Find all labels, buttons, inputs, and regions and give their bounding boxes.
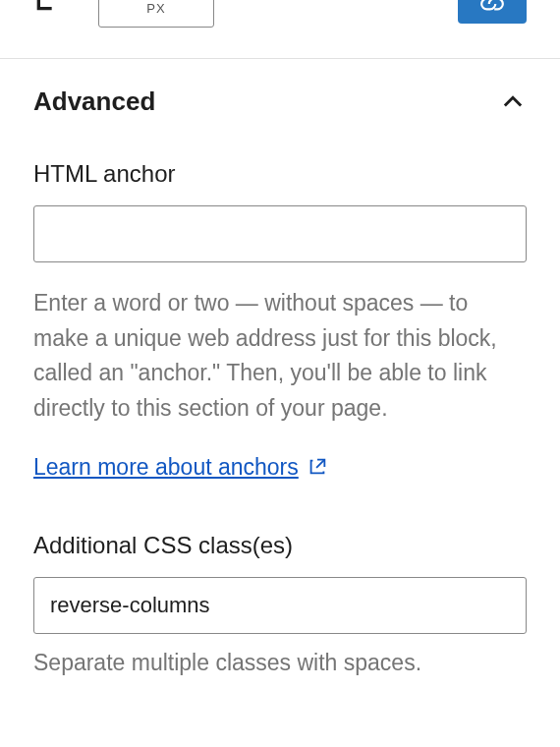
css-classes-label: Additional CSS class(es) — [33, 532, 527, 559]
html-anchor-input[interactable] — [33, 205, 527, 262]
external-link-icon — [307, 456, 328, 478]
advanced-panel: Advanced HTML anchor Enter a word or two… — [0, 59, 560, 676]
css-classes-help: Separate multiple classes with spaces. — [33, 650, 527, 676]
html-anchor-label: HTML anchor — [33, 160, 527, 188]
learn-more-text: Learn more about anchors — [33, 454, 299, 481]
link-icon — [479, 0, 505, 17]
link-button[interactable] — [458, 0, 527, 24]
unit-label: PX — [146, 1, 165, 16]
chevron-up-icon — [499, 88, 527, 116]
html-anchor-help: Enter a word or two — without spaces — t… — [33, 286, 527, 427]
panel-header[interactable]: Advanced — [33, 86, 527, 117]
css-classes-input[interactable] — [33, 577, 527, 634]
html-anchor-field: HTML anchor Enter a word or two — withou… — [33, 160, 527, 481]
unit-selector[interactable]: PX — [98, 0, 214, 28]
panel-title: Advanced — [33, 86, 155, 117]
corner-icon — [33, 0, 65, 22]
css-classes-field: Additional CSS class(es) Separate multip… — [33, 532, 527, 676]
learn-more-anchors-link[interactable]: Learn more about anchors — [33, 454, 328, 481]
top-toolbar-remnant: PX — [0, 0, 560, 59]
